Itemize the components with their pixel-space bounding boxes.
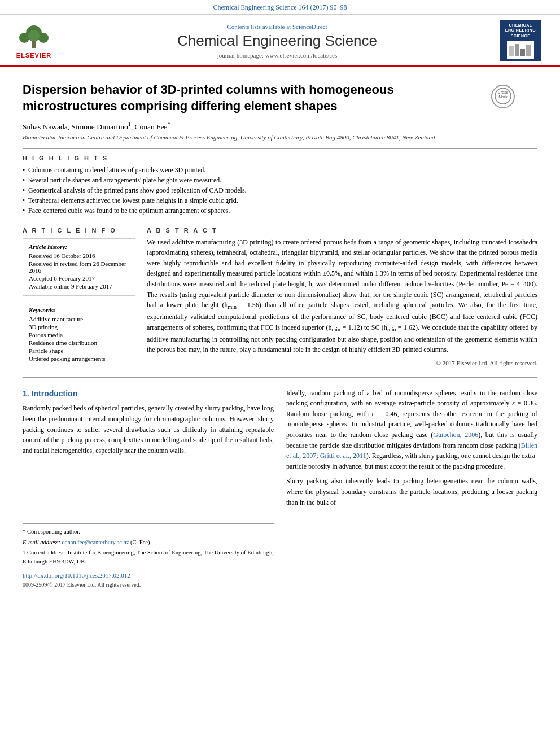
svg-rect-7 [515,44,519,56]
highlight-item-4: Tetrahedral elements achieved the lowest… [23,196,537,205]
accepted-date: Accepted 6 February 2017 [29,275,129,282]
footnote-area: * Corresponding author. E-mail address: … [23,523,274,566]
issn-line: 0009-2509/© 2017 Elsevier Ltd. All right… [23,580,274,589]
abstract-col: A B S T R A C T We used additive manufac… [147,227,537,368]
available-date: Available online 9 February 2017 [29,283,129,290]
svg-text:Mark: Mark [498,95,508,99]
divider-1 [23,148,537,149]
svg-point-2 [19,33,29,43]
doi-link[interactable]: http://dx.doi.org/10.1016/j.ces.2017.02.… [23,572,130,579]
keyword-3: Porous media [29,331,129,338]
body-section: 1. Introduction Randomly packed beds of … [23,388,537,601]
article-history-title: Article history: [29,243,129,250]
article-info-col: A R T I C L E I N F O Article history: R… [23,227,135,368]
keyword-2: 3D printing [29,324,129,330]
abstract-label: A B S T R A C T [147,227,537,234]
body-col-right: Ideally, random packing of a bed of mono… [286,388,537,589]
info-abstract-section: A R T I C L E I N F O Article history: R… [23,227,537,368]
elsevier-text: ELSEVIER [16,52,51,59]
copyright-line: © 2017 Elsevier Ltd. All rights reserved… [147,360,537,366]
divider-3 [23,377,537,378]
journal-center: Contents lists available at ScienceDirec… [56,23,498,59]
footnote-corresponding: * Corresponding author. [23,527,274,536]
keyword-5: Particle shape [29,347,129,354]
article-info-label: A R T I C L E I N F O [23,227,135,234]
body-col-left: 1. Introduction Randomly packed beds of … [23,388,274,589]
journal-reference: Chemical Engineering Science 164 (2017) … [0,0,560,15]
crossmark-badge: Cross Mark [491,85,515,108]
keyword-4: Residence time distribution [29,339,129,346]
svg-rect-9 [526,45,531,56]
highlight-item-2: Several particle shapes and arrangements… [23,176,537,185]
svg-rect-6 [509,46,514,56]
highlights-label: H I G H L I G H T S [23,155,537,161]
svg-rect-0 [32,40,36,48]
footnote-email-link[interactable]: conan.fee@canterbury.ac.nz [62,539,129,545]
highlight-item-3: Geometrical analysis of the printed part… [23,186,537,195]
journal-homepage: journal homepage: www.elsevier.com/locat… [56,52,498,59]
divider-2 [23,221,537,221]
ref-gritti[interactable]: Gritti et al., 2011 [320,452,366,460]
svg-point-3 [38,33,49,43]
keyword-1: Additive manufacture [29,316,129,322]
journal-logo-right: CHEMICAL ENGINEERING SCIENCE [498,20,543,61]
doi-line: http://dx.doi.org/10.1016/j.ces.2017.02.… [23,571,274,580]
footnote-current-address: 1 Current address: Institute for Bioengi… [23,548,274,567]
crossmark-icon: Cross Mark [491,85,515,108]
journal-ref-text: Chemical Engineering Science 164 (2017) … [213,3,347,11]
highlights-section: H I G H L I G H T S Columns containing o… [23,155,537,215]
body-col-right-para1: Ideally, random packing of a bed of mono… [286,388,537,472]
article-history-box: Article history: Received 16 October 201… [23,238,135,296]
journal-logo-box: CHEMICAL ENGINEERING SCIENCE [500,20,541,61]
keywords-title: Keywords: [29,307,129,313]
authors-line: Suhas Nawada, Simone Dimartino1, Conan F… [23,121,537,132]
affiliation: Biomolecular Interaction Centre and Depa… [23,134,537,141]
elsevier-logo: ELSEVIER [11,23,56,59]
intro-para-1: Randomly packed beds of spherical partic… [23,403,274,456]
svg-rect-8 [520,49,525,56]
svg-point-4 [28,30,40,41]
body-two-col: 1. Introduction Randomly packed beds of … [23,388,537,589]
article-title: Dispersion behavior of 3D-printed column… [23,82,485,114]
intro-heading: 1. Introduction [23,388,274,400]
science-direct-line: Contents lists available at ScienceDirec… [56,23,498,30]
svg-text:Cross: Cross [498,90,509,94]
abstract-text: We used additive manufacturing (3D print… [147,237,537,355]
highlight-item-5: Face-centered cubic was found to be the … [23,207,537,215]
science-direct-link[interactable]: ScienceDirect [292,23,327,30]
received-date: Received 16 October 2016 [29,252,129,259]
ref-guiochon[interactable]: Guiochon, 2006 [433,431,478,439]
keywords-box: Keywords: Additive manufacture 3D printi… [23,302,135,368]
footnote-email: E-mail address: conan.fee@canterbury.ac.… [23,538,274,547]
journal-header: ELSEVIER Contents lists available at Sci… [0,15,560,67]
revised-date: Received in revised form 26 December 201… [29,260,129,274]
journal-title: Chemical Engineering Science [56,32,498,50]
highlight-item-1: Columns containing ordered lattices of p… [23,166,537,174]
main-content: Dispersion behavior of 3D-printed column… [0,67,560,601]
body-col-right-para2: Slurry packing also inherently leads to … [286,476,537,508]
keyword-6: Ordered packing arrangements [29,355,129,362]
elsevier-logo-image [14,23,54,51]
